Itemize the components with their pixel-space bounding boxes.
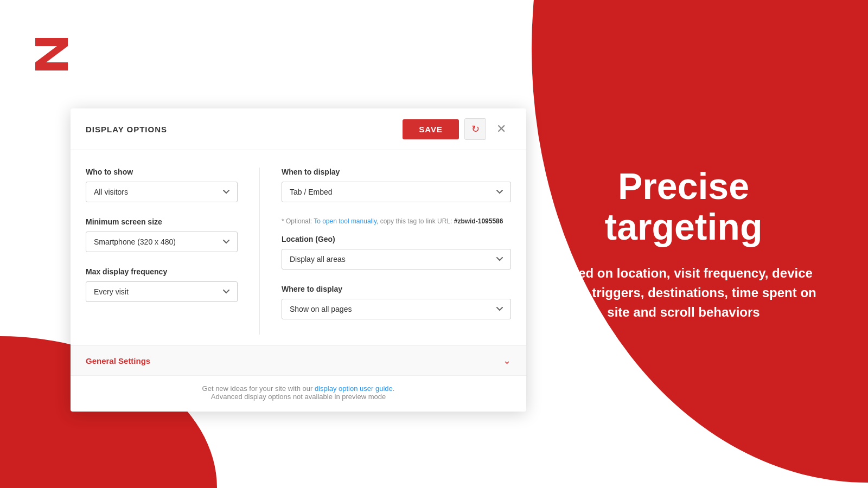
- user-guide-link[interactable]: display option user guide: [315, 384, 393, 393]
- location-geo-group: Location (Geo) Display all areas Specifi…: [282, 235, 511, 269]
- min-screen-size-label: Minimum screen size: [86, 217, 238, 226]
- where-to-display-select[interactable]: Show on all pages Specific pages Exclude…: [282, 299, 511, 319]
- column-divider: [259, 168, 260, 335]
- footer-text-before-link: Get new ideas for your site with our: [202, 384, 315, 393]
- general-settings-section[interactable]: General Settings ⌄: [71, 345, 526, 375]
- reset-button[interactable]: ↻: [464, 118, 486, 140]
- where-to-display-label: Where to display: [282, 285, 511, 293]
- optional-middle: copy this tag to link URL:: [378, 217, 454, 225]
- svg-marker-0: [35, 38, 68, 70]
- close-button[interactable]: ✕: [492, 119, 511, 139]
- footer-text-after-link: .: [393, 384, 395, 393]
- modal-footer: Get new ideas for your site with our dis…: [71, 375, 526, 412]
- right-column: When to display Tab / Embed On load On s…: [282, 168, 511, 335]
- close-icon: ✕: [496, 122, 506, 136]
- max-display-freq-group: Max display frequency Every visit Once p…: [86, 267, 238, 302]
- min-screen-size-select[interactable]: Smartphone (320 x 480) Tablet (768 x 102…: [86, 232, 238, 252]
- modal-body: Who to show All visitors New visitors Re…: [71, 150, 526, 345]
- chevron-down-icon: ⌄: [503, 355, 511, 367]
- footer-main-text: Get new ideas for your site with our dis…: [86, 384, 511, 393]
- max-display-freq-select[interactable]: Every visit Once per session Once per da…: [86, 281, 238, 302]
- modal-title: DISPLAY OPTIONS: [86, 125, 167, 134]
- when-to-display-group: When to display Tab / Embed On load On s…: [282, 168, 511, 202]
- when-to-display-label: When to display: [282, 168, 511, 176]
- modal-header-actions: SAVE ↻ ✕: [403, 118, 511, 140]
- when-to-display-select[interactable]: Tab / Embed On load On scroll On exit in…: [282, 182, 511, 202]
- description: Based on location, visit frequency, devi…: [542, 264, 825, 322]
- max-display-freq-label: Max display frequency: [86, 267, 238, 276]
- open-manually-link[interactable]: To open tool manually,: [314, 217, 378, 225]
- optional-note: * Optional: To open tool manually, copy …: [282, 217, 511, 225]
- min-screen-size-group: Minimum screen size Smartphone (320 x 48…: [86, 217, 238, 252]
- display-options-modal: DISPLAY OPTIONS SAVE ↻ ✕ Who to show All…: [71, 108, 526, 412]
- headline: Precise targeting: [542, 166, 825, 247]
- where-to-display-group: Where to display Show on all pages Speci…: [282, 285, 511, 319]
- footer-sub-text: Advanced display options not available i…: [86, 393, 511, 401]
- tag-link[interactable]: #zbwid-1095586: [454, 217, 503, 225]
- optional-prefix: * Optional:: [282, 217, 314, 225]
- left-column: Who to show All visitors New visitors Re…: [86, 168, 238, 335]
- logo: [30, 33, 73, 78]
- modal-header: DISPLAY OPTIONS SAVE ↻ ✕: [71, 108, 526, 150]
- location-geo-select[interactable]: Display all areas Specific countries Spe…: [282, 249, 511, 269]
- general-settings-label: General Settings: [86, 356, 150, 365]
- right-panel: Precise targeting Based on location, vis…: [499, 0, 868, 488]
- save-button[interactable]: SAVE: [403, 119, 459, 139]
- who-to-show-label: Who to show: [86, 168, 238, 176]
- location-geo-label: Location (Geo): [282, 235, 511, 243]
- who-to-show-group: Who to show All visitors New visitors Re…: [86, 168, 238, 202]
- who-to-show-select[interactable]: All visitors New visitors Returning visi…: [86, 182, 238, 202]
- reset-icon: ↻: [471, 123, 480, 135]
